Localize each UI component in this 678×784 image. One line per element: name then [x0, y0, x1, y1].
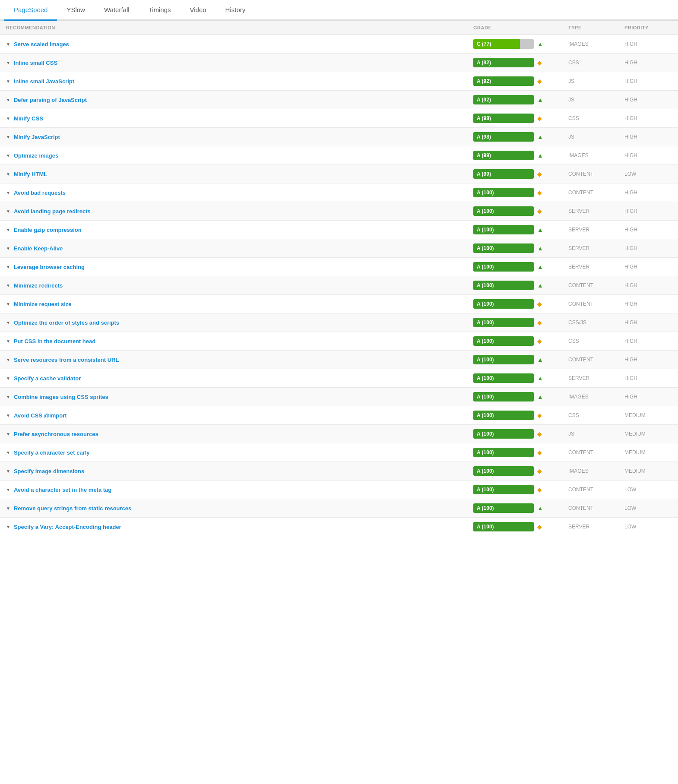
chevron-down-icon[interactable]: ▼	[6, 153, 10, 158]
row-label[interactable]: ▼Combine images using CSS sprites	[6, 394, 473, 400]
grade-bar: A (100)	[473, 206, 534, 216]
row-label[interactable]: ▼Specify a cache validator	[6, 375, 473, 382]
diamond-icon: ◆	[537, 338, 542, 345]
chevron-down-icon[interactable]: ▼	[6, 432, 10, 436]
grade-bar: A (98)	[473, 114, 534, 123]
chevron-down-icon[interactable]: ▼	[6, 487, 10, 492]
priority-cell: LOW	[624, 171, 672, 177]
tab-timings[interactable]: Timings	[139, 0, 181, 21]
row-label[interactable]: ▼Minimize request size	[6, 301, 473, 307]
type-cell: CONTENT	[568, 449, 624, 455]
row-label[interactable]: ▼Optimize images	[6, 152, 473, 159]
recommendation-label: Avoid landing page redirects	[14, 208, 91, 215]
header-grade: GRADE	[473, 25, 568, 30]
priority-cell: HIGH	[624, 375, 672, 381]
chevron-down-icon[interactable]: ▼	[6, 190, 10, 195]
chevron-down-icon[interactable]: ▼	[6, 283, 10, 288]
row-label[interactable]: ▼Specify a Vary: Accept-Encoding header	[6, 524, 473, 530]
diamond-icon: ◆	[537, 115, 542, 122]
grade-bar: A (100)	[473, 243, 534, 253]
row-label[interactable]: ▼Minimize redirects	[6, 282, 473, 289]
tab-pagespeed[interactable]: PageSpeed	[4, 0, 57, 21]
chevron-down-icon[interactable]: ▼	[6, 413, 10, 418]
chevron-down-icon[interactable]: ▼	[6, 506, 10, 511]
chevron-down-icon[interactable]: ▼	[6, 395, 10, 399]
tab-video[interactable]: Video	[181, 0, 216, 21]
chevron-down-icon[interactable]: ▼	[6, 246, 10, 251]
row-label[interactable]: ▼Leverage browser caching	[6, 264, 473, 270]
row-label[interactable]: ▼Serve resources from a consistent URL	[6, 357, 473, 363]
grade-text: A (99)	[477, 171, 491, 177]
chevron-down-icon[interactable]: ▼	[6, 302, 10, 307]
grade-cell: A (100)▲	[473, 243, 568, 253]
grade-bar: A (100)	[473, 485, 534, 494]
row-label[interactable]: ▼Prefer asynchronous resources	[6, 431, 473, 437]
grade-cell: A (92)◆	[473, 58, 568, 67]
row-label[interactable]: ▼Remove query strings from static resour…	[6, 505, 473, 512]
chevron-down-icon[interactable]: ▼	[6, 265, 10, 269]
priority-cell: HIGH	[624, 245, 672, 251]
grade-text: C (77)	[477, 41, 491, 47]
type-cell: CSS	[568, 115, 624, 121]
recommendation-label: Specify a Vary: Accept-Encoding header	[14, 524, 121, 530]
grade-cell: A (100)▲	[473, 373, 568, 383]
type-cell: SERVER	[568, 524, 624, 530]
row-label[interactable]: ▼Put CSS in the document head	[6, 338, 473, 345]
priority-cell: HIGH	[624, 152, 672, 158]
grade-bar: A (100)	[473, 373, 534, 383]
chevron-down-icon[interactable]: ▼	[6, 98, 10, 102]
chevron-down-icon[interactable]: ▼	[6, 135, 10, 139]
arrow-up-icon: ▲	[537, 505, 543, 512]
diamond-icon: ◆	[537, 300, 542, 307]
priority-cell: HIGH	[624, 134, 672, 140]
chevron-down-icon[interactable]: ▼	[6, 79, 10, 84]
chevron-down-icon[interactable]: ▼	[6, 60, 10, 65]
row-label[interactable]: ▼Avoid a character set in the meta tag	[6, 487, 473, 493]
diamond-icon: ◆	[537, 486, 542, 493]
row-label[interactable]: ▼Avoid landing page redirects	[6, 208, 473, 215]
grade-text: A (100)	[477, 524, 494, 530]
row-label[interactable]: ▼Minify JavaScript	[6, 134, 473, 140]
chevron-down-icon[interactable]: ▼	[6, 228, 10, 232]
chevron-down-icon[interactable]: ▼	[6, 42, 10, 47]
chevron-down-icon[interactable]: ▼	[6, 450, 10, 455]
chevron-down-icon[interactable]: ▼	[6, 469, 10, 474]
grade-text: A (98)	[477, 115, 491, 121]
tab-waterfall[interactable]: Waterfall	[95, 0, 139, 21]
row-label[interactable]: ▼Inline small CSS	[6, 60, 473, 66]
grade-text: A (100)	[477, 227, 494, 233]
recommendation-label: Serve scaled images	[14, 41, 69, 47]
row-label[interactable]: ▼Minify CSS	[6, 115, 473, 122]
tab-history[interactable]: History	[216, 0, 255, 21]
row-label[interactable]: ▼Defer parsing of JavaScript	[6, 97, 473, 103]
chevron-down-icon[interactable]: ▼	[6, 116, 10, 121]
row-label[interactable]: ▼Inline small JavaScript	[6, 78, 473, 85]
row-label[interactable]: ▼Avoid bad requests	[6, 190, 473, 196]
row-label[interactable]: ▼Specify image dimensions	[6, 468, 473, 474]
grade-cell: A (100)◆	[473, 448, 568, 457]
row-label[interactable]: ▼Enable gzip compression	[6, 227, 473, 233]
grade-cell: A (92)◆	[473, 76, 568, 86]
row-label[interactable]: ▼Avoid CSS @import	[6, 412, 473, 419]
row-label[interactable]: ▼Enable Keep-Alive	[6, 245, 473, 252]
chevron-down-icon[interactable]: ▼	[6, 339, 10, 344]
chevron-down-icon[interactable]: ▼	[6, 525, 10, 529]
grade-cell: A (100)◆	[473, 429, 568, 439]
chevron-down-icon[interactable]: ▼	[6, 357, 10, 362]
priority-cell: HIGH	[624, 97, 672, 103]
table-row: ▼Combine images using CSS spritesA (100)…	[0, 388, 678, 406]
row-label[interactable]: ▼Minify HTML	[6, 171, 473, 177]
priority-cell: HIGH	[624, 190, 672, 196]
row-label[interactable]: ▼Optimize the order of styles and script…	[6, 319, 473, 326]
row-label[interactable]: ▼Specify a character set early	[6, 449, 473, 456]
priority-cell: MEDIUM	[624, 449, 672, 455]
priority-cell: HIGH	[624, 264, 672, 270]
tab-yslow[interactable]: YSlow	[57, 0, 95, 21]
chevron-down-icon[interactable]: ▼	[6, 320, 10, 325]
priority-cell: HIGH	[624, 319, 672, 326]
chevron-down-icon[interactable]: ▼	[6, 376, 10, 381]
recommendation-label: Minify CSS	[14, 115, 43, 122]
row-label[interactable]: ▼Serve scaled images	[6, 41, 473, 47]
chevron-down-icon[interactable]: ▼	[6, 172, 10, 177]
chevron-down-icon[interactable]: ▼	[6, 209, 10, 214]
